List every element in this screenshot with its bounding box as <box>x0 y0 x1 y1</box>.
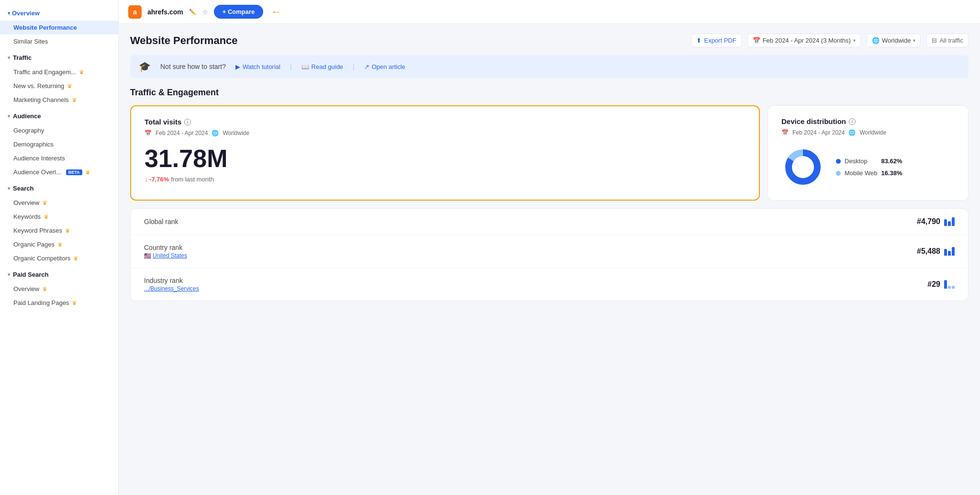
traffic-icon: ⊟ <box>932 37 937 44</box>
audience-section-header[interactable]: ▾ Audience <box>0 109 118 124</box>
cards-row: Total visits i 📅 Feb 2024 - Apr 2024 🌐 W… <box>130 105 969 201</box>
legend-mobile: Mobile Web 16.38% <box>836 169 902 177</box>
sidebar-item-marketing-channels[interactable]: Marketing Channels ♛ <box>0 93 118 107</box>
crown-icon: ♛ <box>42 286 47 292</box>
item-label: Audience Interests <box>13 155 65 162</box>
crown-icon: ♛ <box>44 214 49 220</box>
bar <box>944 249 947 256</box>
sidebar-item-similar-sites[interactable]: Similar Sites <box>0 34 118 48</box>
bar <box>944 219 947 226</box>
crown-icon: ♛ <box>67 83 72 90</box>
info-icon[interactable]: i <box>849 118 856 125</box>
cal-icon: 📅 <box>145 130 152 136</box>
crown-icon: ♛ <box>73 255 78 262</box>
item-label: Traffic and Engagem... <box>13 68 76 76</box>
mobile-dot <box>836 171 841 176</box>
device-dist-title: Device distribution i <box>781 117 955 125</box>
bar <box>948 286 951 289</box>
sidebar-item-new-returning[interactable]: New vs. Returning ♛ <box>0 79 118 93</box>
mobile-label: Mobile Web <box>845 169 877 177</box>
chevron-icon: ▾ <box>8 55 10 60</box>
sidebar-item-organic-pages[interactable]: Organic Pages ♛ <box>0 237 118 251</box>
header-actions: ⬆ Export PDF 📅 Feb 2024 - Apr 2024 (3 Mo… <box>691 34 969 47</box>
graduation-icon: 🎓 <box>139 61 151 72</box>
item-label: Keywords <box>13 213 41 220</box>
edit-icon[interactable]: ✏️ <box>189 9 196 15</box>
crown-icon: ♛ <box>65 227 70 234</box>
compare-button[interactable]: + Compare <box>214 5 264 19</box>
industry-rank-sub[interactable]: .../Business_Services <box>144 285 927 292</box>
chevron-icon: ▾ <box>8 186 10 191</box>
global-rank-row: Global rank #4,790 <box>131 209 968 235</box>
cal-icon: 📅 <box>781 129 789 136</box>
industry-rank-text: Industry rank <box>144 277 927 284</box>
change-text: from last month <box>171 176 214 183</box>
bar <box>948 251 951 256</box>
open-article-link[interactable]: ↗ Open article <box>364 63 405 70</box>
arrow-indicator: ← <box>271 6 281 18</box>
bar <box>952 286 955 289</box>
app-layout: ▾ Overview Website Performance Similar S… <box>0 0 980 495</box>
industry-rank-label: Industry rank .../Business_Services <box>144 277 927 292</box>
desktop-label: Desktop <box>845 158 877 165</box>
svg-point-2 <box>792 157 813 178</box>
date-range-picker[interactable]: 📅 Feb 2024 - Apr 2024 (3 Months) ▾ <box>747 34 861 47</box>
country-rank-label: Country rank 🇺🇸 United States <box>144 244 917 259</box>
country-rank-text: Country rank <box>144 244 917 251</box>
star-icon[interactable]: ☆ <box>202 8 208 16</box>
tutorial-bar: 🎓 Not sure how to start? ▶ Watch tutoria… <box>130 55 969 78</box>
item-label: Overview <box>13 285 39 292</box>
rank-bars-global <box>944 217 955 226</box>
sidebar-item-traffic-engagement[interactable]: Traffic and Engagem... ♛ <box>0 65 118 79</box>
export-pdf-button[interactable]: ⬆ Export PDF <box>691 34 741 47</box>
crown-icon: ♛ <box>72 300 77 306</box>
sidebar-item-audience-overlap[interactable]: Audience Overl... BETA ♛ <box>0 165 118 179</box>
page-header: Website Performance ⬆ Export PDF 📅 Feb 2… <box>130 34 969 47</box>
bar <box>952 247 955 256</box>
donut-chart <box>781 146 824 189</box>
geo-picker[interactable]: 🌐 Worldwide ▾ <box>867 34 921 47</box>
total-visits-card: Total visits i 📅 Feb 2024 - Apr 2024 🌐 W… <box>130 105 760 201</box>
page-title: Website Performance <box>130 34 683 47</box>
info-icon[interactable]: i <box>184 119 191 125</box>
paid-search-section: ▾ Paid Search Overview ♛ Paid Landing Pa… <box>0 267 118 310</box>
traffic-section-header[interactable]: ▾ Traffic <box>0 50 118 65</box>
device-distribution-card: Device distribution i 📅 Feb 2024 - Apr 2… <box>768 105 969 201</box>
desktop-dot <box>836 159 841 164</box>
crown-icon: ♛ <box>79 69 84 76</box>
search-section-header[interactable]: ▾ Search <box>0 181 118 196</box>
sidebar-item-audience-interests[interactable]: Audience Interests <box>0 151 118 165</box>
crown-icon: ♛ <box>72 97 77 103</box>
sidebar-item-keywords[interactable]: Keywords ♛ <box>0 210 118 224</box>
chevron-icon: ▾ <box>8 113 10 119</box>
rankings-card: Global rank #4,790 Country rank <box>130 208 969 301</box>
country-rank-sub[interactable]: 🇺🇸 United States <box>144 252 917 259</box>
sidebar: ▾ Overview Website Performance Similar S… <box>0 0 119 495</box>
calendar-icon: 📅 <box>753 37 760 44</box>
sidebar-item-paid-overview[interactable]: Overview ♛ <box>0 282 118 296</box>
paid-search-section-header[interactable]: ▾ Paid Search <box>0 267 118 282</box>
sidebar-item-website-performance[interactable]: Website Performance <box>0 21 118 34</box>
sidebar-item-keyword-phrases[interactable]: Keyword Phrases ♛ <box>0 224 118 237</box>
sidebar-item-overview[interactable]: ▾ Overview <box>0 6 118 21</box>
globe-icon: 🌐 <box>848 129 856 136</box>
sidebar-item-geography[interactable]: Geography <box>0 124 118 137</box>
chevron-down-icon: ▾ <box>913 38 915 43</box>
donut-svg <box>781 146 824 189</box>
total-visits-value: 31.78M <box>145 146 746 171</box>
sidebar-item-search-overview[interactable]: Overview ♛ <box>0 196 118 210</box>
search-section: ▾ Search Overview ♛ Keywords ♛ Keyword P… <box>0 181 118 265</box>
chevron-icon: ▾ <box>8 11 10 16</box>
device-dist-subtitle: 📅 Feb 2024 - Apr 2024 🌐 Worldwide <box>781 129 955 136</box>
item-label: Marketing Channels <box>13 96 69 103</box>
chevron-icon: ▾ <box>8 272 10 277</box>
traffic-picker[interactable]: ⊟ All traffic <box>926 34 969 47</box>
item-label: Demographics <box>13 141 54 148</box>
bar <box>944 280 947 289</box>
sidebar-item-demographics[interactable]: Demographics <box>0 137 118 151</box>
sidebar-item-organic-competitors[interactable]: Organic Competitors ♛ <box>0 251 118 265</box>
watch-tutorial-link[interactable]: ▶ Watch tutorial <box>235 63 280 70</box>
read-guide-link[interactable]: 📖 Read guide <box>301 63 344 70</box>
country-rank-value: #5,488 <box>917 247 955 256</box>
sidebar-item-paid-landing-pages[interactable]: Paid Landing Pages ♛ <box>0 296 118 310</box>
